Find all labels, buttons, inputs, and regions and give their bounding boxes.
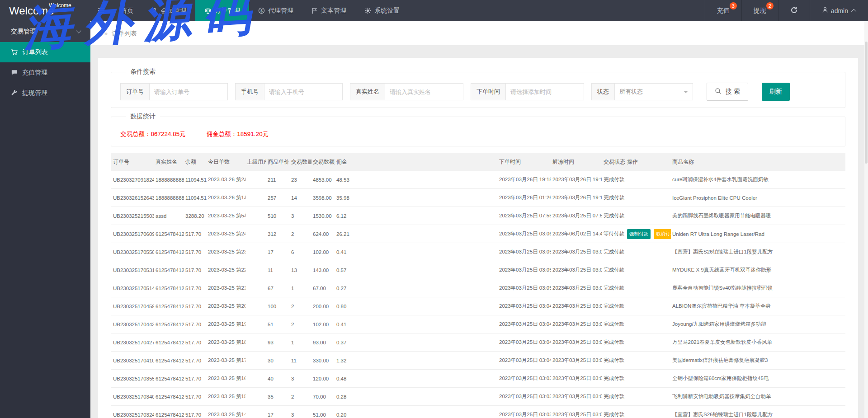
cell-real-name: 61254784124 xyxy=(154,388,184,406)
column-header: 解冻时间 xyxy=(551,153,602,171)
cell-trade-qty: 2 xyxy=(290,297,311,315)
cell-trade-status: 完成付款 xyxy=(602,352,626,370)
stats-legend: 数据统计 xyxy=(126,113,160,121)
cell-trade-amount: 624.00 xyxy=(311,225,335,243)
cell-unit-price: 40 xyxy=(266,370,290,388)
search-button[interactable]: 搜 索 xyxy=(707,83,748,101)
column-header: 余额 xyxy=(184,153,207,171)
withdraw-nav-button[interactable]: 提现 2 xyxy=(741,0,778,21)
cell-balance: 517.70 xyxy=(184,370,207,388)
cell-commission: 0.20 xyxy=(335,406,498,418)
cell-today-orders: 2023-03-25 第17单 xyxy=(207,352,245,370)
refresh-button[interactable]: 刷新 xyxy=(762,83,790,101)
search-field-label: 订单号 xyxy=(120,83,149,100)
cell-trade-qty: 2 xyxy=(290,225,311,243)
stats-fieldset: 数据统计 交易总额：867224.85元佣金总额：18591.20元 xyxy=(111,113,845,146)
cell-unit-price: 93 xyxy=(266,333,290,352)
cell-order-time: 2023年03月25日 03:03:55 xyxy=(498,370,551,388)
nav-item-home[interactable]: 首页 xyxy=(112,0,142,21)
cell-trade-qty: 23 xyxy=(290,171,311,189)
table-header-row: 订单号真实姓名余额今日单数上级用户商品单价交易数量交易数额佣金下单时间解冻时间交… xyxy=(111,153,845,171)
cell-parent-user xyxy=(245,225,266,243)
recharge-nav-button[interactable]: 充值 3 xyxy=(705,0,741,21)
search-legend: 条件搜索 xyxy=(126,68,160,76)
admin-menu[interactable]: admin xyxy=(810,0,868,21)
cell-trade-qty: 3 xyxy=(290,207,311,225)
cell-unit-price: 30 xyxy=(266,352,290,370)
cell-actions xyxy=(626,315,671,333)
cell-order-no: UB2303251703245694 xyxy=(111,406,154,418)
cell-real-name: 18888888888 xyxy=(154,171,184,189)
cell-trade-amount: 3598.00 xyxy=(311,189,335,207)
main-nav: 首页会员管理订单管理$代理管理文本管理系统设置 xyxy=(112,0,409,21)
action-button-force-pay[interactable]: 强制付款 xyxy=(627,229,651,239)
cell-balance: 517.70 xyxy=(184,261,207,279)
cell-unit-price: 17 xyxy=(266,406,290,418)
sidebar-group-trade[interactable]: 交易管理 xyxy=(0,21,90,42)
phone-input[interactable] xyxy=(264,83,343,100)
cell-actions xyxy=(626,261,671,279)
scales-icon xyxy=(204,7,212,14)
nav-item-orders[interactable]: 订单管理 xyxy=(195,0,249,21)
cell-unit-price: 100 xyxy=(266,297,290,315)
cell-order-no: UB2303252155034336 xyxy=(111,207,154,225)
table-row: UB230325170609880761254784124517.702023-… xyxy=(111,225,845,243)
nav-item-settings[interactable]: 系统设置 xyxy=(355,0,409,21)
table-row: UB230325170410320061254784124517.702023-… xyxy=(111,352,845,370)
cell-trade-amount: 102.00 xyxy=(311,315,335,333)
cell-actions xyxy=(626,279,671,297)
scrollbar-thumb[interactable] xyxy=(865,42,868,164)
nav-item-label: 会员管理 xyxy=(161,7,186,15)
cell-unit-price: 67 xyxy=(266,279,290,297)
search-field-phone: 手机号 xyxy=(235,83,343,100)
cell-actions: 强制付款取消订单 xyxy=(626,225,671,243)
cell-order-no: UB2303261526434589 xyxy=(111,189,154,207)
cell-product-name: 【直营】惠氏S26铂臻瑞士进口1段婴儿配方 xyxy=(671,406,845,418)
order_time-input[interactable] xyxy=(505,83,584,100)
refresh-icon xyxy=(790,6,798,15)
cell-product-name: 全钢小型保险箱60cm家用保险柜指纹45电 xyxy=(671,370,845,388)
cell-parent-user xyxy=(245,171,266,189)
cell-order-time: 2023年03月25日 03:05:31 xyxy=(498,261,551,279)
sidebar-item-order-list[interactable]: 订单列表 xyxy=(0,42,90,62)
cell-commission: 0.41 xyxy=(335,315,498,333)
cell-order-no: UB2303251704103200 xyxy=(111,352,154,370)
table-row: UB230325170324569461254784124517.702023-… xyxy=(111,406,845,418)
cell-trade-amount: 120.00 xyxy=(311,370,335,388)
cell-trade-status: 等待付款 xyxy=(602,225,626,243)
sidebar-item-recharge-manage[interactable]: 充值管理 xyxy=(0,62,90,83)
real_name-input[interactable] xyxy=(385,83,463,100)
table-row: UB230325170550802761254784124517.702023-… xyxy=(111,243,845,261)
nav-item-members[interactable]: 会员管理 xyxy=(142,0,195,21)
vertical-scrollbar[interactable] xyxy=(864,21,868,418)
cell-balance: 517.70 xyxy=(184,243,207,261)
stats-row: 交易总额：867224.85元佣金总额：18591.20元 xyxy=(120,127,836,139)
table-row: UB230325170459550261254784124517.702023-… xyxy=(111,297,845,315)
cell-trade-status: 完成付款 xyxy=(602,189,626,207)
cell-trade-status: 完成付款 xyxy=(602,297,626,315)
sidebar: 交易管理 订单列表充值管理提现管理 xyxy=(0,21,90,418)
nav-item-label: 文本管理 xyxy=(321,7,346,15)
menu-toggle-button[interactable] xyxy=(90,0,112,21)
nav-item-texts[interactable]: 文本管理 xyxy=(302,0,355,21)
cell-real-name: 61254784124 xyxy=(154,225,184,243)
search-field-label: 下单时间 xyxy=(471,83,505,100)
cell-real-name: 61254784124 xyxy=(154,297,184,315)
recharge-label: 充值 xyxy=(717,7,730,15)
action-button-cancel-order[interactable]: 取消订单 xyxy=(654,229,671,239)
nav-item-agents[interactable]: $代理管理 xyxy=(249,0,302,21)
search-row: 订单号手机号真实姓名下单时间状态所有状态 搜 索 刷新 xyxy=(120,83,836,101)
gear-icon xyxy=(364,7,371,14)
sidebar-item-withdraw-manage[interactable]: 提现管理 xyxy=(0,83,90,103)
status-select[interactable]: 所有状态 xyxy=(614,83,693,100)
cell-parent-user xyxy=(245,333,266,352)
cell-trade-amount: 70.00 xyxy=(311,388,335,406)
content-card: 条件搜索 订单号手机号真实姓名下单时间状态所有状态 搜 索 刷新 数据统计 交易… xyxy=(98,58,858,418)
cell-actions xyxy=(626,171,671,189)
refresh-page-button[interactable] xyxy=(778,0,810,21)
cell-order-time: 2023年03月25日 03:05:14 xyxy=(498,279,551,297)
admin-username: admin xyxy=(831,7,848,14)
cell-trade-qty: 3 xyxy=(290,370,311,388)
order_no-input[interactable] xyxy=(149,83,228,100)
search-field-label: 状态 xyxy=(591,83,614,100)
